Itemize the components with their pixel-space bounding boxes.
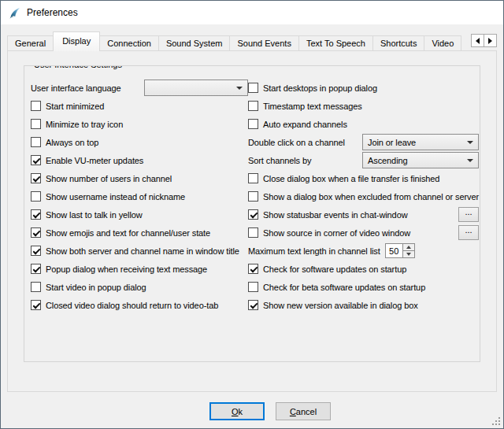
cancel-button[interactable]: Cancel [276, 402, 331, 420]
language-row: User interface language [31, 79, 248, 97]
preferences-dialog: Preferences General Display Connection S… [0, 0, 504, 429]
dropdown-arrow-icon [236, 87, 243, 90]
checkbox-label: Show emojis and text for channel/user st… [46, 228, 210, 238]
checkbox-box [248, 119, 258, 129]
checkbox-excluded-dialog[interactable]: Show a dialog box when excluded from cha… [248, 187, 479, 205]
ok-button[interactable]: Ok [209, 402, 265, 420]
tab-text-to-speech[interactable]: Text To Speech [298, 35, 373, 51]
checkbox-box [248, 209, 258, 220]
checkbox-minimize-to-tray[interactable]: Minimize to tray icon [31, 115, 248, 133]
tab-display[interactable]: Display [53, 31, 100, 51]
checkbox-beta-updates[interactable]: Check for beta software updates on start… [248, 278, 479, 296]
checkbox-box [31, 300, 41, 310]
video-source-row: Show source in corner of video window ..… [248, 224, 479, 242]
checkbox-statusbar-events[interactable]: Show statusbar events in chat-window [248, 209, 408, 220]
max-text-length-spinner[interactable]: 50 [385, 243, 415, 258]
tab-sound-events[interactable]: Sound Events [229, 35, 299, 51]
checkbox-label: Closed video dialog should return to vid… [46, 301, 218, 310]
sort-channels-label: Sort channels by [248, 156, 311, 165]
checkbox-emojis-text-state[interactable]: Show emojis and text for channel/user st… [31, 224, 248, 242]
tab-sound-system[interactable]: Sound System [158, 35, 231, 51]
checkbox-box [248, 101, 258, 111]
checkbox-timestamp-messages[interactable]: Timestamp text messages [248, 97, 479, 115]
window-title: Preferences [27, 7, 78, 18]
tab-general[interactable]: General [7, 35, 54, 51]
user-interface-settings-group: User Interface Settings User interface l… [24, 65, 480, 362]
tab-scroll-buttons [471, 34, 497, 47]
arrow-left-icon [476, 38, 480, 44]
checkbox-box [248, 282, 258, 292]
checkbox-box [248, 173, 258, 183]
tab-strip: General Display Connection Sound System … [7, 31, 497, 51]
spinner-value: 50 [386, 244, 402, 257]
checkbox-label: Show statusbar events in chat-window [263, 210, 408, 220]
max-text-length-row: Maximum text length in channel list 50 [248, 242, 479, 260]
checkbox-box [31, 264, 41, 274]
checkbox-desktops-popup[interactable]: Start desktops in popup dialog [248, 79, 479, 97]
checkbox-box [31, 173, 41, 183]
checkbox-video-popup[interactable]: Start video in popup dialog [31, 278, 248, 296]
checkbox-vu-meter-updates[interactable]: Enable VU-meter updates [31, 151, 248, 169]
statusbar-events-row: Show statusbar events in chat-window ... [248, 205, 479, 224]
checkbox-label: Popup dialog when receiving text message [46, 264, 207, 274]
checkbox-box [248, 83, 258, 93]
tab-scroll-right-button[interactable] [484, 34, 497, 47]
arrow-up-icon [406, 246, 411, 249]
checkbox-auto-expand[interactable]: Auto expand channels [248, 115, 479, 133]
sort-channels-combobox[interactable]: Ascending [362, 152, 479, 168]
right-column: Start desktops in popup dialog Timestamp… [248, 79, 479, 314]
video-source-browse-button[interactable]: ... [458, 225, 479, 240]
tab-video[interactable]: Video [424, 35, 461, 51]
checkbox-new-version-dialog[interactable]: Show new version available in dialog box [248, 296, 479, 314]
checkbox-popup-text-message[interactable]: Popup dialog when receiving text message [31, 260, 248, 278]
spinner-down-button[interactable] [403, 250, 414, 257]
checkbox-box [31, 101, 41, 111]
checkbox-show-username[interactable]: Show username instead of nickname [31, 187, 248, 205]
checkbox-label: Check for beta software updates on start… [263, 283, 425, 292]
checkbox-label: Show last to talk in yellow [46, 210, 143, 220]
double-click-combobox[interactable]: Join or leave [362, 134, 479, 150]
checkbox-label: Start minimized [46, 102, 104, 111]
dialog-button-row: Ok Cancel [1, 402, 503, 420]
double-click-label: Double click on a channel [248, 138, 345, 147]
max-text-length-label: Maximum text length in channel list [248, 246, 380, 256]
checkbox-label: Show new version available in dialog box [263, 301, 418, 310]
dropdown-arrow-icon [467, 141, 473, 144]
tab-shortcuts[interactable]: Shortcuts [372, 35, 424, 51]
resize-grip-icon[interactable] [491, 416, 502, 427]
checkbox-label: Show both server and channel name in win… [46, 246, 239, 256]
checkbox-last-to-talk-yellow[interactable]: Show last to talk in yellow [31, 205, 248, 224]
titlebar[interactable]: Preferences [1, 1, 503, 24]
checkbox-server-channel-title[interactable]: Show both server and channel name in win… [31, 242, 248, 260]
checkbox-label: Always on top [46, 138, 98, 147]
checkbox-label: Show number of users in channel [46, 174, 172, 183]
group-title: User Interface Settings [31, 65, 125, 69]
checkbox-box [248, 191, 258, 202]
spinner-up-button[interactable] [403, 244, 414, 250]
checkbox-show-user-count[interactable]: Show number of users in channel [31, 169, 248, 187]
checkbox-label: Timestamp text messages [263, 102, 362, 111]
spinner-buttons [402, 244, 414, 257]
tab-connection[interactable]: Connection [99, 35, 159, 51]
language-combobox[interactable] [144, 80, 248, 96]
checkbox-video-return-tab[interactable]: Closed video dialog should return to vid… [31, 296, 248, 314]
checkbox-box [31, 209, 41, 220]
arrow-down-icon [406, 253, 411, 256]
checkbox-box [248, 264, 258, 274]
checkbox-video-source-corner[interactable]: Show source in corner of video window [248, 227, 410, 238]
checkbox-label: Show source in corner of video window [263, 228, 410, 238]
checkbox-always-on-top[interactable]: Always on top [31, 133, 248, 151]
tab-scroll-left-button[interactable] [471, 34, 484, 47]
sort-channels-value: Ascending [368, 156, 407, 165]
checkbox-box [248, 300, 258, 310]
statusbar-events-browse-button[interactable]: ... [458, 207, 479, 222]
checkbox-file-transfer-close[interactable]: Close dialog box when a file transfer is… [248, 169, 479, 187]
checkbox-label: Enable VU-meter updates [46, 156, 143, 165]
checkbox-label: Auto expand channels [263, 120, 347, 129]
checkbox-software-updates[interactable]: Check for software updates on startup [248, 260, 479, 278]
checkbox-box [31, 246, 41, 256]
checkbox-start-minimized[interactable]: Start minimized [31, 97, 248, 115]
checkbox-label: Minimize to tray icon [46, 120, 123, 129]
double-click-row: Double click on a channel Join or leave [248, 133, 479, 151]
display-tab-pane: User Interface Settings User interface l… [7, 50, 497, 392]
